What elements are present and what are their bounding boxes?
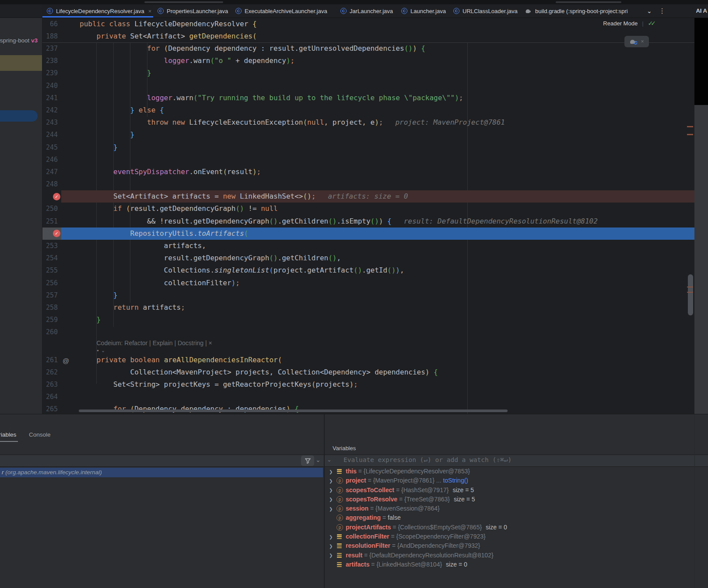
line-number[interactable]: 242 — [42, 104, 61, 116]
code-line-263[interactable]: 263Set<String> projectKeys = getReactorP… — [42, 378, 694, 391]
thread-filter-button[interactable] — [301, 455, 314, 466]
code-line-264[interactable]: 264 — [42, 391, 694, 403]
line-number[interactable]: 245 — [42, 141, 61, 154]
line-number[interactable]: 264 — [42, 391, 61, 403]
error-stripe-mark[interactable] — [687, 134, 693, 135]
codeium-sparkle-icon[interactable]: ✦ ⌄ — [97, 347, 695, 354]
vertical-scrollbar[interactable] — [688, 274, 693, 315]
project-tree-highlighted-row[interactable] — [0, 55, 42, 71]
variable-row-artifacts[interactable]: artifacts = {LinkedHashSet@8104}size = 0 — [325, 560, 708, 569]
expand-chevron-icon[interactable]: ❯ — [329, 532, 333, 542]
code-line-249[interactable]: ✓Set<Artifact> artifacts = new LinkedHas… — [42, 190, 694, 203]
line-number[interactable]: 253 — [42, 240, 61, 252]
line-number[interactable]: 241 — [42, 92, 61, 104]
code-line-262[interactable]: 262Collection<MavenProject> projects, Co… — [42, 366, 694, 378]
ai-assistant-tab-label[interactable]: AI A — [696, 7, 707, 14]
line-number[interactable]: 263 — [42, 378, 61, 391]
line-number[interactable]: 250 — [42, 203, 61, 215]
error-stripe-mark[interactable] — [687, 126, 693, 127]
reader-mode-control[interactable]: Reader Mode | ✓✓ — [603, 20, 656, 27]
code-line-237[interactable]: 237for (Dependency dependency : result.g… — [42, 42, 694, 55]
line-number[interactable]: 258 — [42, 301, 61, 314]
error-stripe-mark[interactable] — [687, 292, 693, 293]
code-line-260[interactable]: 260 — [42, 326, 694, 338]
code-line-261[interactable]: 261@private boolean areAllDependenciesIn… — [42, 354, 694, 366]
codeium-actions-hint[interactable]: Codeium: Refactor | Explain | Docstring … — [97, 339, 695, 347]
variable-row-projectArtifacts[interactable]: pprojectArtifacts = {Collections$EmptySe… — [325, 523, 708, 532]
variable-row-scopesToCollect[interactable]: ❯pscopesToCollect = {HashSet@7917}size =… — [325, 486, 708, 495]
code-line-238[interactable]: 238logger.warn("o " + dependency); — [42, 55, 694, 67]
debug-tab-variables[interactable]: Variables — [0, 431, 16, 438]
tab-options-kebab-icon[interactable]: ⋮ — [659, 7, 666, 15]
code-line-251[interactable]: 251&& !result.getDependencyGraph().getCh… — [42, 215, 694, 228]
error-stripe-mark[interactable] — [687, 287, 693, 287]
debug-tab-console[interactable]: Console — [29, 431, 51, 438]
code-line-252[interactable]: ✓RepositoryUtils.toArtifacts( — [42, 228, 694, 240]
editor-tab-5[interactable]: CLauncher.java — [397, 4, 449, 18]
code-line-245[interactable]: 245} — [42, 141, 694, 154]
line-number[interactable]: 262 — [42, 366, 61, 378]
tostring-link[interactable]: toString() — [443, 477, 468, 484]
code-line-66[interactable]: 66public class LifecycleDependencyResolv… — [42, 18, 694, 30]
line-number[interactable]: 244 — [42, 129, 61, 141]
code-line-246[interactable]: 246 — [42, 154, 694, 166]
project-tree-selected-row[interactable] — [0, 110, 38, 122]
inspection-ok-checks-icon[interactable]: ✓✓ — [648, 20, 656, 27]
tab-close-icon[interactable]: × — [148, 8, 152, 14]
line-number[interactable]: 259 — [42, 314, 61, 326]
line-number[interactable]: 254 — [42, 252, 61, 264]
variable-row-collectionFilter[interactable]: ❯collectionFilter = {ScopeDependencyFilt… — [325, 532, 708, 541]
line-number[interactable]: 251 — [42, 215, 61, 228]
expand-chevron-icon[interactable]: ❯ — [329, 476, 333, 486]
code-line-265[interactable]: 265for (Dependency dependency : dependen… — [42, 403, 694, 414]
variable-row-session[interactable]: ❯psession = {MavenSession@7864} — [325, 504, 708, 513]
code-line-240[interactable]: 240 — [42, 80, 694, 92]
editor-tab-6[interactable]: CURLClassLoader.java — [449, 4, 521, 18]
line-number[interactable]: 256 — [42, 277, 61, 289]
expand-chevron-icon[interactable]: ❯ — [329, 495, 333, 504]
line-number[interactable]: 239 — [42, 67, 61, 79]
code-line-253[interactable]: 253artifacts, — [42, 240, 694, 252]
line-number[interactable]: 188 — [42, 30, 61, 42]
line-number[interactable]: 261 — [42, 354, 61, 366]
variable-row-aggregating[interactable]: paggregating = false — [325, 513, 708, 522]
code-line-256[interactable]: 256collectionFilter); — [42, 277, 694, 289]
evaluate-expression-input[interactable]: Evaluate expression (↵) or add a watch (… — [343, 456, 512, 463]
code-line-257[interactable]: 257} — [42, 289, 694, 301]
editor-tab-3[interactable]: CExecutableArchiveLauncher.java — [231, 4, 336, 18]
line-number[interactable]: 240 — [42, 80, 61, 92]
code-line-243[interactable]: 243throw new LifecycleExecutionException… — [42, 116, 694, 129]
line-number[interactable]: 257 — [42, 289, 61, 301]
code-line-241[interactable]: 241logger.warn("Try running the build up… — [42, 92, 694, 104]
line-number[interactable]: 243 — [42, 116, 61, 129]
filter-chevron-icon[interactable]: ⌄ — [315, 456, 321, 463]
stack-frame-selected-row[interactable]: r (org.apache.maven.lifecycle.internal) — [0, 468, 323, 477]
variable-row-result[interactable]: ❯result = {DefaultDependencyResolutionRe… — [325, 551, 708, 560]
code-line-250[interactable]: 250if (result.getDependencyGraph() != nu… — [42, 203, 694, 215]
code-line-258[interactable]: 258return artifacts; — [42, 301, 694, 314]
code-line-247[interactable]: 247eventSpyDispatcher.onEvent(result); — [42, 166, 694, 178]
expand-chevron-icon[interactable]: ❯ — [329, 551, 333, 560]
code-line-255[interactable]: 255Collections.singletonList(project.get… — [42, 264, 694, 276]
line-number[interactable]: 255 — [42, 264, 61, 276]
line-number[interactable]: 248 — [42, 178, 61, 190]
editor-tab-2[interactable]: CPropertiesLauncher.java — [153, 4, 231, 18]
line-number[interactable]: 246 — [42, 154, 61, 166]
line-number[interactable]: 237 — [42, 42, 61, 55]
line-number[interactable]: 66 — [42, 18, 61, 30]
expand-chevron-icon[interactable]: ❯ — [329, 504, 333, 514]
line-number[interactable]: 260 — [42, 326, 61, 338]
variable-row-scopesToResolve[interactable]: ❯pscopesToResolve = {TreeSet@7863}size =… — [325, 495, 708, 504]
gradle-sync-popup[interactable]: × — [624, 36, 649, 47]
line-number[interactable]: 238 — [42, 55, 61, 67]
editor-tab-1[interactable]: CLifecycleDependencyResolver.java× — [42, 4, 153, 18]
line-number[interactable]: 247 — [42, 166, 61, 178]
variable-row-this[interactable]: ❯this = {LifecycleDependencyResolver@785… — [325, 467, 708, 476]
code-line-259[interactable]: 259} — [42, 314, 694, 326]
gradle-sync-icon[interactable] — [629, 38, 637, 45]
code-line-188[interactable]: 188private Set<Artifact> getDependencies… — [42, 30, 694, 42]
code-editor[interactable]: 237for (Dependency dependency : result.g… — [42, 18, 694, 414]
code-line-254[interactable]: 254result.getDependencyGraph().getChildr… — [42, 252, 694, 264]
variable-row-project[interactable]: ❯pproject = {MavenProject@7861} ... toSt… — [325, 476, 708, 485]
expand-chevron-icon[interactable]: ❯ — [329, 542, 333, 551]
